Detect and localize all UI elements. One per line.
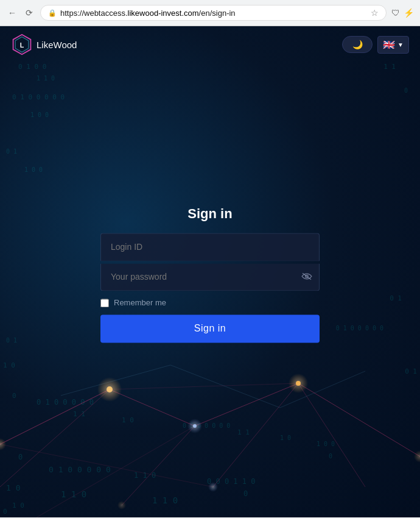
shield-icon: 🛡 [391,8,400,18]
extensions-icon[interactable]: ⚡ [404,8,414,18]
password-group [100,263,320,291]
browser-toolbar: ← ⟳ 🔒 https://webtaccess.likewood-invest… [0,0,420,26]
logo-area: L LikeWood [11,34,77,55]
page-content: 0 1 0 0 1 1 0 0 1 0 0 0 0 0 1 0 0 0 1 1 … [0,26,420,517]
login-id-input[interactable] [100,233,320,261]
svg-text:L: L [20,41,24,49]
reload-button[interactable]: ⟳ [23,7,35,19]
browser-action-icons: 🛡 ⚡ [391,8,414,18]
eye-slash-icon[interactable] [301,272,312,283]
dark-mode-toggle[interactable]: 🌙 [342,36,373,53]
back-button[interactable]: ← [6,7,18,19]
signin-container: Sign in Remember me Sign in [100,206,320,342]
password-wrapper [100,263,320,291]
lock-icon: 🔒 [48,9,57,17]
url-text: https://webtaccess.likewood-invest.com/e… [60,9,367,18]
remember-me-checkbox[interactable] [100,299,109,307]
language-selector[interactable]: 🇬🇧 ▼ [377,36,409,54]
browser-chrome: ← ⟳ 🔒 https://webtaccess.likewood-invest… [0,0,420,26]
logo-icon: L [11,34,33,55]
logo-text: LikeWood [37,40,77,50]
login-id-group [100,233,320,261]
flag-icon: 🇬🇧 [383,39,395,51]
header-right: 🌙 🇬🇧 ▼ [342,36,409,54]
page-header: L LikeWood 🌙 🇬🇧 ▼ [0,26,420,63]
bookmark-icon[interactable]: ☆ [371,8,379,18]
remember-me-label: Remember me [114,298,166,307]
signin-title: Sign in [100,206,320,222]
password-input[interactable] [100,263,320,291]
signin-button[interactable]: Sign in [100,314,320,342]
remember-me-row: Remember me [100,298,320,307]
address-bar[interactable]: 🔒 https://webtaccess.likewood-invest.com… [40,5,387,21]
chevron-down-icon: ▼ [397,41,404,48]
moon-icon: 🌙 [352,40,363,49]
